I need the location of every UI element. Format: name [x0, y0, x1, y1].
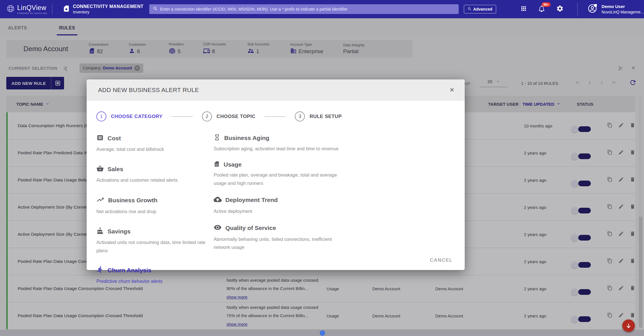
step-number: 1 — [96, 111, 106, 121]
linqview-app: LinQView POWERED BY NUVOLINQ CONNECTIVIT… — [0, 0, 644, 336]
cloud-upload-icon — [214, 195, 222, 205]
app-grid-icon[interactable] — [520, 5, 527, 13]
category-title: Sales — [108, 166, 123, 173]
category-item-savings[interactable]: SavingsActivated units not consuming dat… — [96, 227, 214, 255]
category-item-churn-analysis[interactable]: Churn AnalysisPredictive churn behavior … — [96, 266, 214, 285]
category-title: Business Aging — [224, 135, 269, 141]
cancel-button[interactable]: CANCEL — [430, 257, 453, 263]
category-description: Average, total cost and billshock — [96, 145, 214, 153]
category-title-row: Cost — [96, 134, 214, 143]
scroll-indicator-dot[interactable] — [320, 330, 325, 336]
module-block: CONNECTIVITY MANAGEMENT Inventory — [52, 4, 149, 14]
category-title: Business Growth — [108, 197, 158, 204]
module-title: CONNECTIVITY MANAGEMENT — [73, 4, 144, 9]
category-item-deployment-trend[interactable]: Deployment TrendActive deployment — [214, 195, 342, 215]
connection-search-bar[interactable] — [149, 4, 459, 14]
modal-header: ADD NEW BUSINESS ALERT RULE ✕ — [87, 79, 465, 101]
search-icon — [153, 6, 158, 12]
category-title-row: Business Aging — [214, 134, 342, 142]
settings-gear-icon[interactable] — [556, 5, 564, 13]
advanced-label: Advanced — [473, 7, 492, 11]
category-item-quality-of-service[interactable]: Quality of ServiceAbnormally behaving un… — [214, 223, 342, 252]
category-description: Activations and customer related alerts — [96, 176, 214, 184]
savings-icon — [96, 227, 104, 236]
category-item-sales[interactable]: SalesActivations and customer related al… — [96, 165, 214, 184]
category-description: Active deployment — [214, 207, 342, 215]
category-item-business-aging[interactable]: Business AgingSubscription aging, activa… — [214, 134, 342, 153]
wizard-stepper: 1CHOOSE CATEGORY2CHOOSE TOPIC3RULE SETUP — [87, 101, 465, 121]
notifications-badge: 99+ — [542, 2, 550, 7]
wizard-step-2[interactable]: 2CHOOSE TOPIC — [202, 111, 255, 121]
category-item-cost[interactable]: CostAverage, total cost and billshock — [96, 134, 214, 153]
eye-icon — [214, 223, 222, 233]
category-title: Deployment Trend — [225, 197, 278, 203]
receipt-icon — [96, 134, 104, 143]
category-title-row: Business Growth — [96, 196, 214, 205]
category-title-row: Deployment Trend — [214, 195, 342, 205]
category-grid: CostAverage, total cost and billshockSal… — [87, 121, 465, 285]
category-title-row: Usage — [214, 161, 342, 168]
search-icon — [468, 7, 472, 12]
category-title-row: Sales — [96, 165, 214, 173]
step-number: 3 — [295, 111, 305, 121]
step-label: RULE SETUP — [309, 114, 342, 119]
hourglass-icon — [214, 134, 220, 142]
category-title: Quality of Service — [225, 225, 276, 231]
sim-icon — [214, 161, 220, 168]
user-avatar-icon — [587, 3, 598, 15]
category-title: Churn Analysis — [108, 267, 151, 274]
modal-title: ADD NEW BUSINESS ALERT RULE — [98, 87, 199, 93]
close-icon[interactable]: ✕ — [449, 87, 454, 93]
category-description: Abnormally behaving units, failed connec… — [214, 235, 342, 252]
category-title-row: Quality of Service — [214, 223, 342, 233]
sim-module-icon — [63, 5, 70, 13]
globe-logo-icon — [6, 4, 15, 14]
scroll-down-fab[interactable] — [622, 319, 635, 332]
category-description: Predictive churn behavior alerts — [96, 277, 214, 285]
category-description: Activated units not consuming data, time… — [96, 238, 214, 255]
trending-up-icon — [96, 196, 104, 205]
category-title-row: Savings — [96, 227, 214, 236]
add-rule-modal: ADD NEW BUSINESS ALERT RULE ✕ 1CHOOSE CA… — [87, 79, 465, 270]
category-title: Savings — [108, 228, 131, 235]
category-item-usage[interactable]: UsagePooled rate plan, overage and break… — [214, 161, 342, 187]
category-description: Subscription aging, activation lead time… — [214, 145, 342, 153]
wizard-step-1[interactable]: 1CHOOSE CATEGORY — [96, 111, 162, 121]
app-logo[interactable]: LinQView POWERED BY NUVOLINQ — [0, 4, 52, 14]
category-column-left: CostAverage, total cost and billshockSal… — [96, 134, 214, 285]
user-menu[interactable]: Demo User NuvoLinQ Manageme... — [577, 3, 644, 15]
user-org: NuvoLinQ Manageme... — [602, 10, 644, 14]
advanced-search-button[interactable]: Advanced — [464, 5, 496, 13]
step-connector — [172, 116, 193, 117]
step-label: CHOOSE TOPIC — [216, 114, 255, 119]
notifications-bell-icon[interactable]: 99+ — [538, 5, 545, 13]
logo-tagline: POWERED BY NUVOLINQ — [17, 12, 47, 14]
category-description: Pooled rate plan, overage and breakage, … — [214, 171, 342, 187]
step-number: 2 — [202, 111, 212, 121]
run-icon — [96, 266, 104, 275]
top-navbar: LinQView POWERED BY NUVOLINQ CONNECTIVIT… — [0, 0, 644, 18]
category-title: Usage — [224, 161, 242, 168]
basket-icon — [96, 165, 104, 173]
module-subtitle: Inventory — [73, 10, 144, 14]
wizard-step-3[interactable]: 3RULE SETUP — [295, 111, 342, 121]
step-connector — [265, 116, 286, 117]
user-name: Demo User — [602, 4, 644, 9]
category-title: Cost — [108, 135, 121, 142]
category-description: Net activations rise and drop — [96, 207, 214, 216]
step-label: CHOOSE CATEGORY — [111, 114, 162, 119]
logo-title: LinQView — [17, 4, 47, 12]
category-item-business-growth[interactable]: Business GrowthNet activations rise and … — [96, 196, 214, 216]
category-title-row: Churn Analysis — [96, 266, 214, 275]
category-column-right: Business AgingSubscription aging, activa… — [214, 134, 342, 285]
search-input[interactable] — [160, 7, 455, 11]
